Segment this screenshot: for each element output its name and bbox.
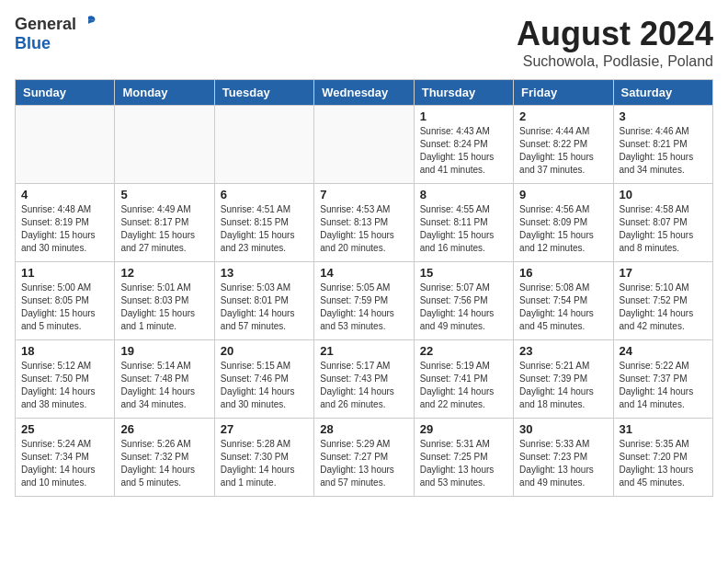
day-info: Sunrise: 4:53 AM Sunset: 8:13 PM Dayligh… xyxy=(320,203,407,255)
week-row-4: 18Sunrise: 5:12 AM Sunset: 7:50 PM Dayli… xyxy=(16,340,713,419)
calendar-cell: 31Sunrise: 5:35 AM Sunset: 7:20 PM Dayli… xyxy=(613,419,712,497)
day-info: Sunrise: 5:10 AM Sunset: 7:52 PM Dayligh… xyxy=(620,282,707,333)
day-number: 4 xyxy=(21,188,108,201)
day-number: 28 xyxy=(320,422,407,436)
weekday-header-tuesday: Tuesday xyxy=(214,80,313,106)
calendar-cell: 3Sunrise: 4:46 AM Sunset: 8:21 PM Daylig… xyxy=(613,106,712,184)
day-number: 14 xyxy=(320,266,407,280)
title-area: August 2024 Suchowola, Podlasie, Poland xyxy=(517,15,713,70)
calendar-cell: 16Sunrise: 5:08 AM Sunset: 7:54 PM Dayli… xyxy=(514,262,613,340)
day-info: Sunrise: 5:17 AM Sunset: 7:43 PM Dayligh… xyxy=(320,360,407,411)
day-info: Sunrise: 5:07 AM Sunset: 7:56 PM Dayligh… xyxy=(420,282,507,333)
calendar-cell: 28Sunrise: 5:29 AM Sunset: 7:27 PM Dayli… xyxy=(314,419,414,497)
logo-blue-text: Blue xyxy=(15,34,51,53)
day-number: 31 xyxy=(620,422,707,436)
weekday-header-friday: Friday xyxy=(514,80,613,106)
calendar-cell: 19Sunrise: 5:14 AM Sunset: 7:48 PM Dayli… xyxy=(115,340,214,419)
calendar-cell: 4Sunrise: 4:48 AM Sunset: 8:19 PM Daylig… xyxy=(16,184,115,262)
calendar-cell: 21Sunrise: 5:17 AM Sunset: 7:43 PM Dayli… xyxy=(314,340,414,419)
calendar-cell: 20Sunrise: 5:15 AM Sunset: 7:46 PM Dayli… xyxy=(214,340,313,419)
day-number: 19 xyxy=(120,344,208,358)
day-number: 2 xyxy=(519,109,607,123)
logo: General Blue xyxy=(15,15,98,53)
day-number: 17 xyxy=(620,266,707,280)
day-number: 21 xyxy=(320,344,407,358)
day-number: 23 xyxy=(519,344,607,358)
weekday-header-sunday: Sunday xyxy=(16,80,115,106)
day-info: Sunrise: 5:14 AM Sunset: 7:48 PM Dayligh… xyxy=(120,360,208,411)
day-number: 24 xyxy=(620,344,707,358)
calendar-cell: 13Sunrise: 5:03 AM Sunset: 8:01 PM Dayli… xyxy=(214,262,313,340)
calendar-cell: 8Sunrise: 4:55 AM Sunset: 8:11 PM Daylig… xyxy=(414,184,513,262)
calendar-cell: 7Sunrise: 4:53 AM Sunset: 8:13 PM Daylig… xyxy=(314,184,414,262)
day-info: Sunrise: 4:56 AM Sunset: 8:09 PM Dayligh… xyxy=(519,203,607,255)
day-number: 13 xyxy=(221,266,308,280)
location-subtitle: Suchowola, Podlasie, Poland xyxy=(517,53,713,70)
calendar-cell: 23Sunrise: 5:21 AM Sunset: 7:39 PM Dayli… xyxy=(514,340,613,419)
day-info: Sunrise: 5:28 AM Sunset: 7:30 PM Dayligh… xyxy=(221,438,308,489)
calendar-cell: 6Sunrise: 4:51 AM Sunset: 8:15 PM Daylig… xyxy=(214,184,313,262)
calendar-cell: 18Sunrise: 5:12 AM Sunset: 7:50 PM Dayli… xyxy=(16,340,115,419)
calendar-header-row: SundayMondayTuesdayWednesdayThursdayFrid… xyxy=(16,80,713,106)
calendar-cell: 2Sunrise: 4:44 AM Sunset: 8:22 PM Daylig… xyxy=(514,106,613,184)
calendar-cell xyxy=(214,106,313,184)
day-number: 1 xyxy=(420,109,507,123)
day-number: 9 xyxy=(519,188,607,201)
day-info: Sunrise: 5:22 AM Sunset: 7:37 PM Dayligh… xyxy=(620,360,707,411)
calendar-table: SundayMondayTuesdayWednesdayThursdayFrid… xyxy=(15,79,713,497)
calendar-cell: 25Sunrise: 5:24 AM Sunset: 7:34 PM Dayli… xyxy=(16,419,115,497)
day-info: Sunrise: 5:03 AM Sunset: 8:01 PM Dayligh… xyxy=(221,282,308,333)
page-header: General Blue August 2024 Suchowola, Podl… xyxy=(15,15,713,70)
day-number: 26 xyxy=(120,422,208,436)
day-number: 7 xyxy=(320,188,407,201)
day-info: Sunrise: 5:12 AM Sunset: 7:50 PM Dayligh… xyxy=(21,360,108,411)
calendar-cell: 11Sunrise: 5:00 AM Sunset: 8:05 PM Dayli… xyxy=(16,262,115,340)
calendar-cell: 30Sunrise: 5:33 AM Sunset: 7:23 PM Dayli… xyxy=(514,419,613,497)
day-info: Sunrise: 4:58 AM Sunset: 8:07 PM Dayligh… xyxy=(620,203,707,255)
day-number: 11 xyxy=(21,266,108,280)
day-number: 3 xyxy=(620,109,707,123)
day-number: 6 xyxy=(221,188,308,201)
day-info: Sunrise: 5:05 AM Sunset: 7:59 PM Dayligh… xyxy=(320,282,407,333)
day-info: Sunrise: 5:26 AM Sunset: 7:32 PM Dayligh… xyxy=(120,438,208,489)
weekday-header-saturday: Saturday xyxy=(613,80,712,106)
day-info: Sunrise: 5:24 AM Sunset: 7:34 PM Dayligh… xyxy=(21,438,108,489)
calendar-cell: 12Sunrise: 5:01 AM Sunset: 8:03 PM Dayli… xyxy=(115,262,214,340)
day-info: Sunrise: 4:44 AM Sunset: 8:22 PM Dayligh… xyxy=(519,125,607,177)
calendar-cell: 26Sunrise: 5:26 AM Sunset: 7:32 PM Dayli… xyxy=(115,419,214,497)
day-number: 16 xyxy=(519,266,607,280)
weekday-header-monday: Monday xyxy=(115,80,214,106)
calendar-cell: 24Sunrise: 5:22 AM Sunset: 7:37 PM Dayli… xyxy=(613,340,712,419)
day-info: Sunrise: 4:51 AM Sunset: 8:15 PM Dayligh… xyxy=(221,203,308,255)
calendar-cell: 22Sunrise: 5:19 AM Sunset: 7:41 PM Dayli… xyxy=(414,340,513,419)
day-number: 27 xyxy=(221,422,308,436)
day-number: 25 xyxy=(21,422,108,436)
day-info: Sunrise: 4:49 AM Sunset: 8:17 PM Dayligh… xyxy=(120,203,208,255)
calendar-cell: 15Sunrise: 5:07 AM Sunset: 7:56 PM Dayli… xyxy=(414,262,513,340)
day-info: Sunrise: 4:43 AM Sunset: 8:24 PM Dayligh… xyxy=(420,125,507,177)
day-info: Sunrise: 5:31 AM Sunset: 7:25 PM Dayligh… xyxy=(420,438,507,489)
day-info: Sunrise: 5:21 AM Sunset: 7:39 PM Dayligh… xyxy=(519,360,607,411)
calendar-cell: 27Sunrise: 5:28 AM Sunset: 7:30 PM Dayli… xyxy=(214,419,313,497)
calendar-cell: 17Sunrise: 5:10 AM Sunset: 7:52 PM Dayli… xyxy=(613,262,712,340)
day-info: Sunrise: 5:29 AM Sunset: 7:27 PM Dayligh… xyxy=(320,438,407,489)
calendar-cell: 14Sunrise: 5:05 AM Sunset: 7:59 PM Dayli… xyxy=(314,262,414,340)
day-info: Sunrise: 4:48 AM Sunset: 8:19 PM Dayligh… xyxy=(21,203,108,255)
logo-general-text: General xyxy=(15,15,76,34)
day-info: Sunrise: 5:33 AM Sunset: 7:23 PM Dayligh… xyxy=(519,438,607,489)
calendar-cell xyxy=(115,106,214,184)
calendar-cell: 29Sunrise: 5:31 AM Sunset: 7:25 PM Dayli… xyxy=(414,419,513,497)
day-number: 20 xyxy=(221,344,308,358)
day-number: 15 xyxy=(420,266,507,280)
day-number: 30 xyxy=(519,422,607,436)
week-row-3: 11Sunrise: 5:00 AM Sunset: 8:05 PM Dayli… xyxy=(16,262,713,340)
week-row-2: 4Sunrise: 4:48 AM Sunset: 8:19 PM Daylig… xyxy=(16,184,713,262)
calendar-cell: 9Sunrise: 4:56 AM Sunset: 8:09 PM Daylig… xyxy=(514,184,613,262)
day-number: 12 xyxy=(120,266,208,280)
day-info: Sunrise: 5:15 AM Sunset: 7:46 PM Dayligh… xyxy=(221,360,308,411)
week-row-1: 1Sunrise: 4:43 AM Sunset: 8:24 PM Daylig… xyxy=(16,106,713,184)
day-info: Sunrise: 5:19 AM Sunset: 7:41 PM Dayligh… xyxy=(420,360,507,411)
calendar-cell: 5Sunrise: 4:49 AM Sunset: 8:17 PM Daylig… xyxy=(115,184,214,262)
day-number: 22 xyxy=(420,344,507,358)
logo-bird-icon xyxy=(78,13,98,33)
